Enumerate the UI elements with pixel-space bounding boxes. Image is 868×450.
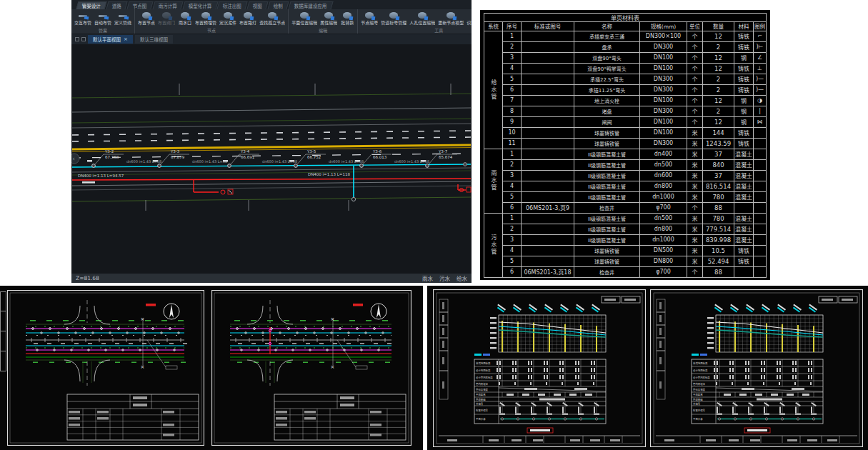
ribbon-button-1-5[interactable]: 布置路灯 [238, 12, 258, 26]
ribbon-button-3-3[interactable]: 更新节点模型 [437, 12, 465, 26]
view-tab-0[interactable]: 默认平面视图× [88, 35, 133, 44]
table-cell: 88 [703, 202, 734, 213]
ribbon-tab-0[interactable]: 管渠设计 [76, 1, 106, 9]
ribbon-button-1-1[interactable]: 布置阀门 [156, 12, 176, 26]
annotation-text: 井编号 [476, 402, 484, 406]
table-cell [522, 106, 574, 116]
ribbon-tab-2[interactable]: 节点图 [126, 1, 153, 9]
table-cell: 米 [687, 149, 703, 159]
ribbon-tab-7[interactable]: 绘制 [267, 1, 289, 9]
table-cell: 个 [687, 63, 703, 74]
table-row: 9闸阀DN100个12钢⋈ [484, 116, 767, 127]
table-cell: 钢 [734, 52, 754, 63]
ribbon-button-3-4[interactable]: 识别同步管道 [465, 12, 472, 26]
table-cell: DN100 [640, 52, 687, 63]
table-cell: 06MS201-3,页18 [522, 266, 574, 277]
annotation-text: Y3-7 [438, 149, 448, 154]
drawing-viewport[interactable]: Y3-267.368dn600 i=1.43 L=38Y3-367.879dn6… [71, 44, 472, 274]
table-cell: ◑ [754, 95, 767, 106]
revision-strip [0, 291, 6, 371]
viewport-icon[interactable] [75, 37, 79, 41]
title-block [274, 394, 406, 440]
table-cell: 铸铁 [734, 31, 754, 41]
annotation-text: 管径及坡度 [476, 388, 489, 391]
ribbon-tab-6[interactable]: 视图 [246, 1, 268, 9]
table-cell: 钢 [734, 95, 754, 106]
ribbon-button-2-1[interactable]: 属性编辑 [319, 12, 339, 26]
ribbon-button-3-2[interactable]: 人孔位置编辑 [408, 12, 437, 26]
layer-toggle[interactable]: 污水 [439, 276, 450, 282]
ribbon-button-2-2[interactable]: 批替换 [339, 12, 356, 26]
table-row: 给水管1承插单支承三通DN300×100个12铸铁⌐ [484, 31, 767, 41]
pipe-tool-icon [79, 15, 87, 17]
table-row: 7地上消火栓DN100个12钢◑ [484, 95, 767, 106]
annotation-text: 井编号 [693, 402, 701, 406]
table-cell: 混凝土 [734, 159, 754, 170]
ribbon-button-label: 定沉泥件 [219, 19, 236, 26]
annotation-text: Y3-2 [104, 149, 114, 154]
cylinder-tool-icon [201, 12, 210, 19]
table-cell: 承插11.25°弯头 [574, 84, 640, 95]
ribbon-tab-5[interactable]: 标注出图 [216, 1, 247, 9]
annotation-text: Y3-4 [240, 149, 250, 154]
ribbon-tab-1[interactable]: 道路 [106, 1, 127, 9]
view-tab-label: 默认平面视图 [93, 36, 121, 43]
table-cell [522, 84, 574, 95]
table-cell: 4 [503, 245, 522, 256]
table-cell: II级钢筋混凝土管 [574, 213, 640, 224]
table-cell: 1243.59 [703, 138, 734, 149]
table-cell: 2 [703, 106, 734, 116]
ribbon-button-1-6[interactable]: 查找孤立节点 [258, 12, 286, 26]
table-cell: DN100 [640, 95, 687, 106]
ribbon-button-0-2[interactable]: 定义管线 [113, 12, 133, 26]
close-icon[interactable]: × [124, 36, 128, 42]
ribbon-button-1-3[interactable]: 布置预埋管 [194, 12, 218, 26]
table-cell: 3 [503, 170, 522, 181]
table-cell [522, 256, 574, 266]
annotation-text: 管径及坡度 [693, 388, 706, 391]
ribbon-button-0-0[interactable]: 交互布管 [73, 12, 93, 26]
ribbon-tab-4[interactable]: 模型化计算 [182, 1, 218, 9]
table-row: 3II级钢筋混凝土管dn1000米839.998混凝土 [484, 234, 767, 245]
table-cell: dn1000 [640, 234, 687, 245]
table-cell: 铸铁 [734, 256, 754, 266]
table-cell [754, 138, 767, 149]
annotation-text: 检查井编号 [693, 409, 706, 412]
cylinder-tool-icon [389, 12, 398, 19]
ribbon-button-label: 布置阀门 [158, 19, 175, 26]
table-cell: φ700 [640, 202, 687, 213]
ribbon-tab-3[interactable]: 雨污计算 [152, 1, 183, 9]
ribbon-button-1-2[interactable]: 雨水口 [176, 12, 194, 26]
table-cell: 9 [503, 116, 522, 127]
annotation-text: dn600 i=1.43 L=38 [192, 159, 227, 164]
table-cell [522, 191, 574, 202]
ribbon-button-0-1[interactable]: 自动布管 [93, 12, 113, 26]
profile-drawing: 自然地面标高设计地面标高设计管内底标高管内底埋深管径及坡度平面距离管道基础井编号… [433, 289, 646, 447]
table-cell [522, 170, 574, 181]
layer-toggle[interactable]: 雨水 [422, 276, 433, 282]
layer-toggle[interactable]: 给水 [457, 276, 467, 282]
table-cell: 2 [703, 41, 734, 52]
table-cell: 地上消火栓 [574, 95, 640, 106]
table-row: 10球墨铸铁管DN100米144铸铁 [484, 127, 767, 138]
material-table: 单页材料表系统序号标准或图号名称规格(mm)单位数量材料图例给水管1承插单支承三… [484, 13, 767, 278]
annotation-text: 设计地面标高 [476, 369, 491, 372]
view-tab-1[interactable]: 默认三维视图 [135, 35, 173, 44]
annotation-text: 67.368 [105, 155, 119, 159]
ribbon-button-3-1[interactable]: 管道标号管理 [379, 12, 408, 26]
north-arrow-icon [164, 304, 179, 319]
table-cell: 12 [703, 63, 734, 74]
table-row: 2II级钢筋混凝土管dn500米840混凝土 [484, 159, 767, 170]
layout-icon[interactable] [81, 37, 86, 41]
table-cell [734, 266, 754, 277]
cylinder-tool-icon [244, 12, 252, 19]
ribbon-tab-label: 视图 [253, 2, 262, 9]
ribbon-button-3-0[interactable]: 节点编号 [359, 12, 379, 26]
ribbon-tab-8[interactable]: 数据库建设应用 [288, 1, 333, 9]
annotation-text: 67.879 [171, 155, 185, 159]
ribbon-button-1-4[interactable]: 定沉泥件 [218, 12, 238, 26]
ribbon-button-2-0[interactable]: 平面位置编辑 [290, 12, 319, 26]
ribbon-button-1-0[interactable]: 布置节点 [136, 12, 156, 26]
ribbon-button-label: 雨水口 [179, 19, 191, 26]
ribbon-button-label: 布置路灯 [239, 19, 256, 26]
